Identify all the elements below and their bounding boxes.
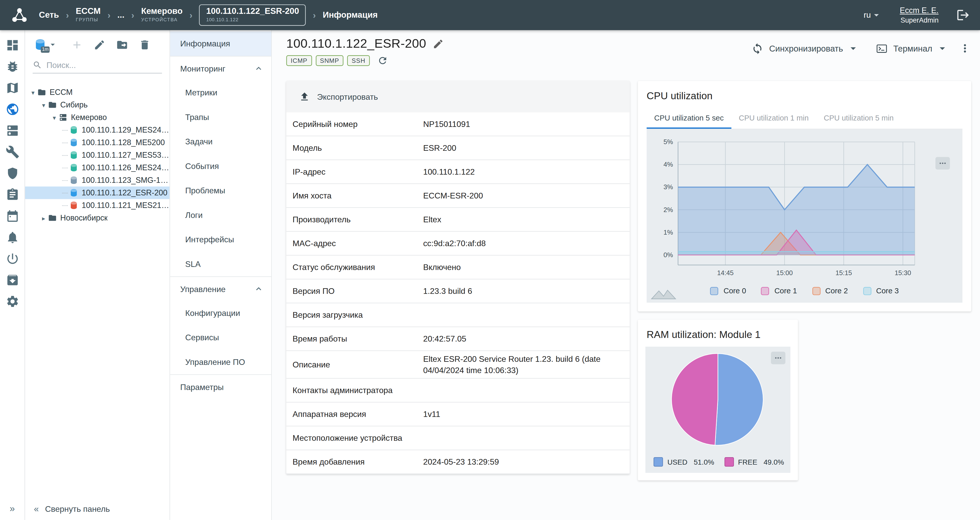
menu-item[interactable]: Метрики	[170, 80, 271, 105]
rail-firmware-icon[interactable]	[5, 273, 20, 288]
legend-item[interactable]: Core 2	[812, 286, 848, 295]
breadcrumb-item[interactable]: ...	[118, 11, 124, 20]
interval-selector[interactable]: 1m	[34, 38, 58, 51]
tree-item[interactable]: 100.110.1.127_MES5316A	[25, 149, 169, 161]
tree-item[interactable]: 100.110.1.122_ESR-200	[25, 187, 169, 199]
svg-text:1%: 1%	[663, 229, 673, 236]
menu-item[interactable]: Управление ПО	[170, 350, 271, 374]
svg-text:14:45: 14:45	[717, 269, 733, 276]
refresh-icon[interactable]	[377, 55, 388, 66]
double-chevron-left-icon: «	[34, 504, 39, 514]
breadcrumb-item[interactable]: КемеровоУСТРОЙСТВА	[141, 7, 183, 23]
synchronize-button[interactable]: Синхронизировать	[752, 42, 843, 54]
tree-item-label: 100.110.1.123_SMG-1016...	[81, 176, 169, 185]
chart-tab[interactable]: CPU utilization 5 sec	[647, 108, 731, 129]
tree-item[interactable]: 100.110.1.121_MES2124...	[25, 199, 169, 212]
menu-item[interactable]: Проблемы	[170, 179, 271, 203]
rail-notifications-icon[interactable]	[5, 230, 20, 245]
rail-security-icon[interactable]	[5, 166, 20, 181]
edit-title-icon[interactable]	[433, 38, 444, 49]
folder-icon	[37, 88, 46, 97]
legend-item[interactable]: Core 0	[710, 286, 746, 295]
tree-item[interactable]: 100.110.1.123_SMG-1016...	[25, 174, 169, 187]
icon-rail: »	[0, 30, 25, 520]
menu-item[interactable]: Трапы	[170, 105, 271, 129]
table-row: Контакты администратора	[286, 379, 630, 403]
search-input[interactable]	[46, 60, 162, 70]
tree-item[interactable]: ▾Сибирь	[25, 99, 169, 111]
menu-item[interactable]: Логи	[170, 203, 271, 227]
language-selector[interactable]: ru	[864, 10, 882, 21]
app-root: Сеть›ЕССМГРУППЫ›...›КемеровоУСТРОЙСТВА›1…	[0, 0, 980, 520]
app-logo-icon[interactable]	[10, 6, 29, 24]
device-tree-panel: 1m ▾ЕССМ▾Сибирь▾Кемерово100.110.1.129_ME…	[25, 30, 170, 520]
tree-item[interactable]: 100.110.1.126_MES2428 ...	[25, 161, 169, 174]
device-icon	[69, 176, 78, 185]
expand-panel-button[interactable]: »	[10, 503, 15, 514]
rail-settings-icon[interactable]	[5, 294, 20, 309]
table-row: Серийный номерNP15011091	[286, 112, 630, 136]
terminal-button[interactable]: Терминал	[876, 42, 932, 54]
synchronize-dropdown[interactable]	[847, 42, 859, 54]
rail-tasks-icon[interactable]	[5, 187, 20, 202]
rail-maintenance-icon[interactable]	[5, 144, 20, 160]
legend-item[interactable]: Core 3	[863, 286, 899, 295]
device-icon	[69, 163, 78, 172]
rail-dashboard-icon[interactable]	[5, 38, 20, 53]
rail-power-icon[interactable]	[5, 251, 20, 266]
menu-item[interactable]: Интерфейсы	[170, 227, 271, 252]
expander-icon[interactable]: ▾	[40, 102, 48, 108]
cpu-chart-menu-button[interactable]	[935, 157, 950, 169]
legend-item[interactable]: Core 1	[761, 286, 797, 295]
menu-item[interactable]: SLA	[170, 252, 271, 276]
logout-button[interactable]	[956, 8, 970, 22]
rail-map-icon[interactable]	[5, 80, 20, 96]
user-name: Eccm E. E.	[900, 5, 939, 16]
menu-item[interactable]: События	[170, 154, 271, 179]
tree-item[interactable]: 100.110.1.129_MES2424...	[25, 124, 169, 136]
breadcrumb-item[interactable]: ЕССМГРУППЫ	[76, 7, 101, 23]
menu-item[interactable]: Конфигурации	[170, 301, 271, 325]
tree-item[interactable]: ▾ЕССМ	[25, 86, 169, 99]
legend-label: Core 3	[876, 286, 899, 295]
info-value: 1v11	[423, 409, 441, 420]
expander-icon[interactable]: ▾	[50, 114, 59, 121]
chevron-right-icon: ›	[107, 10, 110, 20]
menu-item[interactable]: Мониторинг	[170, 56, 271, 81]
add-button[interactable]	[71, 39, 83, 51]
breadcrumb-item[interactable]: Информация	[323, 11, 378, 20]
rail-calendar-icon[interactable]	[5, 209, 20, 223]
edit-button[interactable]	[94, 39, 106, 51]
chart-tab[interactable]: CPU utilization 5 min	[816, 108, 901, 129]
chart-tab[interactable]: CPU utilization 1 min	[731, 108, 816, 129]
tree-item[interactable]: ▸Новосибирск	[25, 212, 169, 224]
menu-item[interactable]: Управление	[170, 276, 271, 301]
breadcrumb-item[interactable]: 100.110.1.122_ESR-200100.110.1.122	[199, 4, 306, 26]
delete-button[interactable]	[139, 39, 151, 51]
expander-icon[interactable]: ▸	[40, 214, 48, 221]
move-to-folder-button[interactable]	[116, 39, 128, 51]
terminal-dropdown[interactable]	[936, 42, 949, 54]
legend-item[interactable]: USED51.0%	[654, 457, 714, 467]
rail-alerts-icon[interactable]	[5, 59, 20, 74]
menu-item[interactable]: Задачи	[170, 129, 271, 154]
group-icon	[59, 113, 68, 122]
collapse-panel-button[interactable]: « Свернуть панель	[25, 498, 169, 520]
menu-item[interactable]: Параметры	[170, 374, 271, 399]
ram-chart-menu-button[interactable]	[771, 351, 785, 364]
menu-item[interactable]: Информация	[170, 31, 271, 56]
rail-network-icon[interactable]	[5, 102, 20, 117]
rail-devices-icon[interactable]	[5, 123, 20, 138]
export-button[interactable]: Экспортировать	[299, 91, 378, 102]
table-row: Версия ПО1.23.3 build 6	[286, 279, 630, 303]
status-badge: ICMP	[286, 55, 312, 66]
breadcrumb-item[interactable]: Сеть	[39, 11, 59, 20]
legend-item[interactable]: FREE49.0%	[724, 457, 784, 467]
more-actions-button[interactable]	[959, 42, 971, 54]
expander-icon[interactable]: ▾	[29, 89, 37, 96]
menu-item[interactable]: Сервисы	[170, 325, 271, 350]
user-menu[interactable]: Eccm E. E. SuperAdmin	[900, 5, 939, 25]
tree-item[interactable]: 100.110.1.128_ME5200	[25, 136, 169, 149]
terminal-label: Терминал	[893, 44, 932, 53]
tree-item[interactable]: ▾Кемерово	[25, 111, 169, 124]
